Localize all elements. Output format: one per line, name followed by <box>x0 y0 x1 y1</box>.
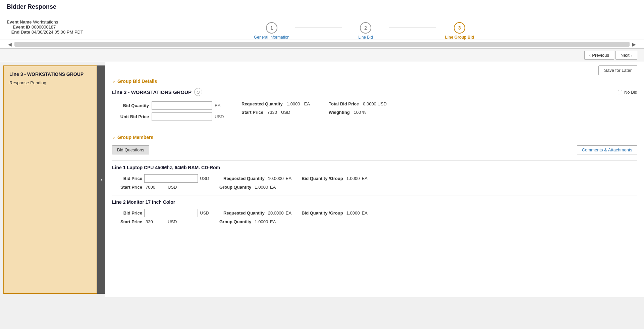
unit-bid-price-input[interactable] <box>152 112 212 121</box>
line2-bid-price-input[interactable] <box>144 209 198 217</box>
line2-start-price-label: Start Price <box>115 219 142 224</box>
line-1-content: Bid Price USD Requested Quantity 10.0000… <box>112 174 637 190</box>
step-2-label: Line Bid <box>358 35 373 40</box>
step-3[interactable]: 3 Line Group Bid <box>436 22 483 40</box>
step-2[interactable]: 2 Line Bid <box>342 22 389 40</box>
step-line-1 <box>295 28 342 28</box>
line2-bid-qty-group-row: Bid Quantity /Group 1.0000 EA <box>302 210 368 216</box>
start-price-main-row: Start Price 7330 USD <box>241 110 315 115</box>
no-bid-row: No Bid <box>618 90 637 95</box>
previous-button[interactable]: ‹ Previous <box>584 51 614 60</box>
collapse-button[interactable]: ☺ <box>194 88 202 96</box>
nav-buttons-row: ‹ Previous Next › <box>0 49 644 62</box>
stepper: 1 General Information 2 Line Bid 3 Line … <box>248 22 483 40</box>
bid-questions-button[interactable]: Bid Questions <box>112 145 149 154</box>
sidebar: Line 3 - WORKSTATIONS GROUP Response Pen… <box>3 65 97 294</box>
bid-quantity-input[interactable] <box>152 101 212 110</box>
group-bid-title-row: Line 3 - WORKSTATIONS GROUP ☺ No Bid <box>112 88 637 96</box>
line1-bid-price-row: Bid Price USD <box>115 174 213 183</box>
line1-req-qty-value: 10.0000 <box>268 176 284 181</box>
line-1-item: Line 1 Laptop CPU 450Mhz, 64Mb RAM. CD-R… <box>112 160 637 190</box>
group-members-chevron-icon: ⌄ <box>112 135 115 140</box>
start-price-main-label: Start Price <box>241 110 263 115</box>
step-3-label: Line Group Bid <box>445 35 474 40</box>
page-title: Bidder Response <box>7 3 637 10</box>
total-bid-price-value: 0.0000 USD <box>363 101 387 106</box>
action-buttons-row: Bid Questions Comments & Attachments <box>112 144 637 156</box>
bid-quantity-row: Bid Quantity EA <box>115 101 228 110</box>
weighting-label: Weighting <box>329 110 350 115</box>
group-bid-block: ⌄ Group Bid Details Line 3 - WORKSTATION… <box>112 79 637 129</box>
top-section: Event Name Workstations Event ID 0000000… <box>0 16 644 40</box>
expand-handle[interactable]: › <box>97 65 105 294</box>
group-bid-section-header[interactable]: ⌄ Group Bid Details <box>112 79 637 84</box>
group-bid-title: Line 3 - WORKSTATIONS GROUP ☺ <box>112 88 202 96</box>
weighting-value: 100 % <box>354 110 366 115</box>
requested-qty-unit: EA <box>304 101 310 106</box>
unit-bid-price-row: Unit Bid Price USD <box>115 112 228 121</box>
line2-req-qty-label: Requested Quantity <box>223 210 265 216</box>
bid-quantity-label: Bid Quantity <box>115 103 149 108</box>
line1-start-price-row: Start Price 7000 USD <box>115 185 209 190</box>
no-bid-checkbox[interactable] <box>618 90 622 94</box>
line1-req-qty-unit: EA <box>286 176 291 181</box>
previous-chevron-icon: ‹ <box>589 53 591 58</box>
line2-start-price-unit: USD <box>168 219 177 224</box>
scrollbar-row: ◀ ▶ <box>0 40 644 49</box>
step-2-circle: 2 <box>360 22 371 34</box>
line2-group-qty-row: Group Quantity 1.0000 EA <box>219 219 276 224</box>
step-3-circle: 3 <box>454 22 465 34</box>
line2-bid-qty-group-label: Bid Quantity /Group <box>302 210 343 216</box>
next-chevron-icon: › <box>631 53 632 58</box>
line-2-title: Line 2 Monitor 17 inch Color <box>112 199 637 205</box>
line2-group-qty-unit: EA <box>270 219 276 224</box>
comments-attachments-button[interactable]: Comments & Attachments <box>577 145 637 154</box>
no-bid-label: No Bid <box>624 90 637 95</box>
requested-qty-value: 1.0000 <box>287 101 300 106</box>
stepper-area: 1 General Information 2 Line Bid 3 Line … <box>94 19 637 40</box>
line-2-item: Line 2 Monitor 17 inch Color Bid Price U… <box>112 195 637 224</box>
line1-group-qty-value: 1.0000 <box>255 185 268 190</box>
start-price-main-unit: USD <box>281 110 290 115</box>
line1-start-price-value: 7000 <box>146 185 166 190</box>
line2-start-price-row: Start Price 330 USD <box>115 219 209 224</box>
line2-bid-price-label: Bid Price <box>115 210 142 216</box>
save-later-row: Save for Later <box>112 65 637 75</box>
next-button[interactable]: Next › <box>615 51 637 60</box>
line2-group-qty-label: Group Quantity <box>219 219 251 224</box>
event-id-label: Event ID <box>7 25 30 30</box>
start-price-main-value: 7330 <box>267 110 277 115</box>
line1-bid-price-input[interactable] <box>144 174 198 183</box>
step-line-2 <box>389 28 436 28</box>
line1-start-price-unit: USD <box>168 185 177 190</box>
line1-bid-price-unit: USD <box>200 176 213 181</box>
save-later-button[interactable]: Save for Later <box>598 65 637 75</box>
bid-center-info: Requested Quantity 1.0000 EA Start Price… <box>241 101 315 115</box>
step-1[interactable]: 1 General Information <box>248 22 295 40</box>
group-members-section: ⌄ Group Members Bid Questions Comments &… <box>112 135 637 224</box>
main-content: Line 3 - WORKSTATIONS GROUP Response Pen… <box>0 62 644 297</box>
event-details: Event Name Workstations Event ID 0000000… <box>7 19 94 38</box>
line2-bid-qty-group-value: 1.0000 <box>346 210 360 216</box>
line1-bid-qty-group-row: Bid Quantity /Group 1.0000 EA <box>302 176 368 181</box>
total-bid-price-row: Total Bid Price 0.0000 USD <box>329 101 402 106</box>
content-panel: Save for Later ⌄ Group Bid Details Line … <box>105 62 644 297</box>
line2-start-price-value: 330 <box>146 219 166 224</box>
requested-qty-label: Requested Quantity <box>241 101 283 106</box>
line1-bid-qty-group-unit: EA <box>362 176 367 181</box>
line1-req-qty-label: Requested Quantity <box>223 176 265 181</box>
line-1-title: Line 1 Laptop CPU 450Mhz, 64Mb RAM. CD-R… <box>112 165 637 170</box>
line1-bid-qty-group-value: 1.0000 <box>346 176 360 181</box>
line1-group-qty-unit: EA <box>270 185 276 190</box>
line2-req-qty-unit: EA <box>286 210 291 216</box>
group-members-section-header[interactable]: ⌄ Group Members <box>112 135 637 140</box>
line1-requested-qty-row: Requested Quantity 10.0000 EA <box>223 176 291 181</box>
scroll-track[interactable] <box>14 42 630 47</box>
scroll-left-arrow[interactable]: ◀ <box>7 42 13 47</box>
group-bid-chevron-icon: ⌄ <box>112 79 115 84</box>
scroll-right-arrow[interactable]: ▶ <box>631 42 637 47</box>
line1-bid-price-label: Bid Price <box>115 176 142 181</box>
step-1-circle: 1 <box>266 22 277 34</box>
unit-bid-price-label: Unit Bid Price <box>115 114 149 119</box>
total-bid-price-label: Total Bid Price <box>329 101 359 106</box>
